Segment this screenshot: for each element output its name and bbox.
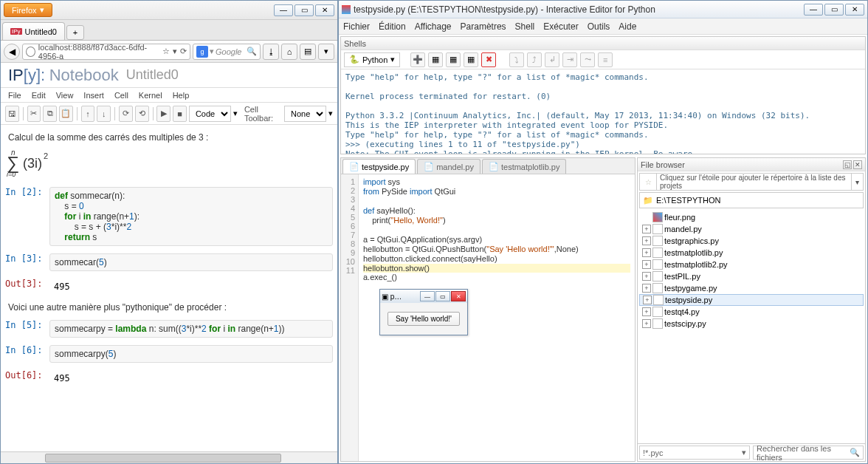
menu-executer[interactable]: Exécuter [543, 21, 578, 32]
star-icon[interactable]: ☆ [162, 47, 170, 56]
debug-return[interactable]: ↲ [545, 52, 559, 67]
paste-button[interactable]: 📋 [59, 106, 73, 122]
menu-fichier[interactable]: Fichier [343, 21, 370, 32]
menu-edit[interactable]: Edit [32, 91, 46, 100]
iep-minimize[interactable]: — [804, 4, 823, 16]
file-node[interactable]: +testqt4.py [639, 306, 864, 318]
firefox-menu-button[interactable]: Firefox▾ [4, 3, 52, 17]
file-node[interactable]: +testgraphics.py [639, 235, 864, 247]
path-dropdown[interactable]: ▾ [851, 174, 863, 190]
stop-button[interactable]: ■ [173, 106, 187, 122]
file-node-selected[interactable]: +testpyside.py [639, 294, 864, 306]
interrupt-button[interactable]: ⟲ [135, 106, 149, 122]
cell-toolbar-label: Cell Toolbar: [244, 105, 282, 123]
search-box[interactable]: g ▾ Google 🔍 [193, 44, 261, 60]
save-button[interactable]: 🖫 [5, 106, 19, 122]
file-tree[interactable]: fleur.png +mandel.py +testgraphics.py +t… [638, 210, 865, 443]
shell-run-main[interactable]: ▦ [446, 52, 461, 67]
panel-close[interactable]: ✕ [853, 160, 862, 169]
menu-aide[interactable]: Aide [619, 21, 636, 32]
cell-toolbar-select[interactable]: None [284, 106, 326, 122]
file-node[interactable]: +testPIL.py [639, 270, 864, 282]
code-cell-2[interactable]: In [2]: def sommecar(n): s = 0 for i in … [5, 187, 333, 246]
url-bar-row: ◀ localhost:8888/f87d3acc-6dfd-4956-a ☆ … [1, 41, 337, 63]
notebook-title[interactable]: Untitled0 [126, 67, 179, 83]
path-input[interactable]: 📁E:\TESTPYTHON [639, 192, 864, 208]
debug-list[interactable]: ≡ [598, 52, 613, 67]
python-dropdown[interactable]: 🐍 Python ▾ [344, 52, 400, 67]
home-button[interactable]: ⌂ [281, 44, 297, 60]
menu-file[interactable]: File [8, 91, 21, 100]
debug-continue[interactable]: ⇥ [562, 52, 577, 67]
new-shell-button[interactable]: ➕ [410, 52, 425, 67]
output-cell-3: Out[3]: 495 [5, 279, 333, 295]
restart-button[interactable]: ⟳ [119, 106, 133, 122]
move-up-button[interactable]: ↑ [81, 106, 95, 122]
mini-minimize[interactable]: — [420, 291, 435, 301]
filter-input[interactable]: !*.pyc▾ [639, 446, 750, 460]
star-icon[interactable]: ☆ [640, 178, 656, 186]
more-button[interactable]: ▾ [318, 44, 334, 60]
file-tab-3[interactable]: 📄testmatplotlib.py [482, 159, 566, 174]
menu-parametres[interactable]: Paramètres [461, 21, 506, 32]
reload-icon[interactable]: ⟳ [180, 47, 187, 56]
window-maximize[interactable]: ▭ [294, 4, 314, 16]
debug-next[interactable]: ⤴ [527, 52, 542, 67]
file-node[interactable]: +testscipy.py [639, 318, 864, 330]
markdown-cell-2[interactable]: Voici une autre manière plus "pythonique… [5, 302, 333, 313]
downloads-button[interactable]: ⭳ [263, 44, 279, 60]
window-minimize[interactable]: — [274, 4, 293, 16]
menu-view[interactable]: View [56, 91, 74, 100]
code-cell-3[interactable]: In [3]: sommecar(5) [5, 253, 333, 271]
firefox-tab[interactable]: IPy Untitled0 [2, 22, 65, 40]
code-cell-5[interactable]: In [5]: sommecarpy = lambda n: sum((3*i)… [5, 320, 333, 338]
menu-cell[interactable]: Cell [114, 91, 128, 100]
file-node[interactable]: +testmatplotlib.py [639, 247, 864, 259]
file-node[interactable]: +testmatplotlib2.py [639, 259, 864, 270]
iep-maximize[interactable]: ▭ [824, 4, 844, 16]
back-button[interactable]: ◀ [4, 44, 20, 60]
run-button[interactable]: ▶ [156, 106, 170, 122]
file-node[interactable]: +testpygame.py [639, 282, 864, 294]
file-node[interactable]: fleur.png [639, 211, 864, 223]
file-tab-active[interactable]: 📄testpyside.py [342, 159, 416, 174]
shell-stop-button[interactable]: ✖ [481, 52, 496, 67]
mini-maximize[interactable]: ▭ [435, 291, 450, 301]
search-icon[interactable]: 🔍 [850, 448, 860, 457]
file-tab-2[interactable]: 📄mandel.py [417, 159, 480, 174]
panel-undock[interactable]: ◱ [843, 160, 852, 169]
shell-run-file[interactable]: ▦ [428, 52, 443, 67]
move-down-button[interactable]: ↓ [97, 106, 111, 122]
menu-edition[interactable]: Édition [379, 21, 406, 32]
cell-type-select[interactable]: Code [189, 106, 231, 122]
menu-outils[interactable]: Outils [588, 21, 610, 32]
horizontal-scrollbar[interactable] [1, 451, 337, 463]
shell-run-cell[interactable]: ▦ [464, 52, 478, 67]
search-icon[interactable]: 🔍 [247, 47, 257, 56]
copy-button[interactable]: ⧉ [43, 106, 57, 122]
file-node[interactable]: +mandel.py [639, 223, 864, 235]
mini-close[interactable]: ✕ [451, 291, 466, 301]
code-cell-6[interactable]: In [6]: sommecarpy(5) [5, 345, 333, 363]
menu-kernel[interactable]: Kernel [139, 91, 162, 100]
markdown-cell-1[interactable]: Calcul de la somme des carrés des multip… [5, 132, 333, 143]
bookmarks-button[interactable]: ▤ [300, 44, 316, 60]
window-close[interactable]: ✕ [315, 4, 334, 16]
say-hello-button[interactable]: Say 'Hello world!' [388, 312, 460, 326]
debug-step[interactable]: ⤵ [509, 52, 524, 67]
menu-insert[interactable]: Insert [83, 91, 104, 100]
cut-button[interactable]: ✂ [27, 106, 41, 122]
python-file-icon [652, 271, 663, 282]
menu-affichage[interactable]: Affichage [415, 21, 452, 32]
menu-shell[interactable]: Shell [515, 21, 535, 32]
search-files-input[interactable]: Rechercher dans les fichiers🔍 [753, 446, 864, 460]
pyside-output-window[interactable]: ▣ p… — ▭ ✕ Say 'Hello world!' [379, 289, 468, 335]
debug-goto[interactable]: ⤳ [580, 52, 595, 67]
menu-help[interactable]: Help [173, 91, 190, 100]
url-input[interactable]: localhost:8888/f87d3acc-6dfd-4956-a ☆ ▾ … [22, 44, 190, 60]
math-formula: n ∑ i=0 (3i) 2 [5, 150, 333, 180]
code-editor[interactable]: 1234567891011 import sys from PySide imp… [341, 174, 635, 461]
shell-output[interactable]: Type "help" for help, type "?" for a lis… [341, 69, 865, 154]
new-tab-button[interactable]: + [66, 25, 84, 40]
iep-close[interactable]: ✕ [845, 4, 864, 16]
